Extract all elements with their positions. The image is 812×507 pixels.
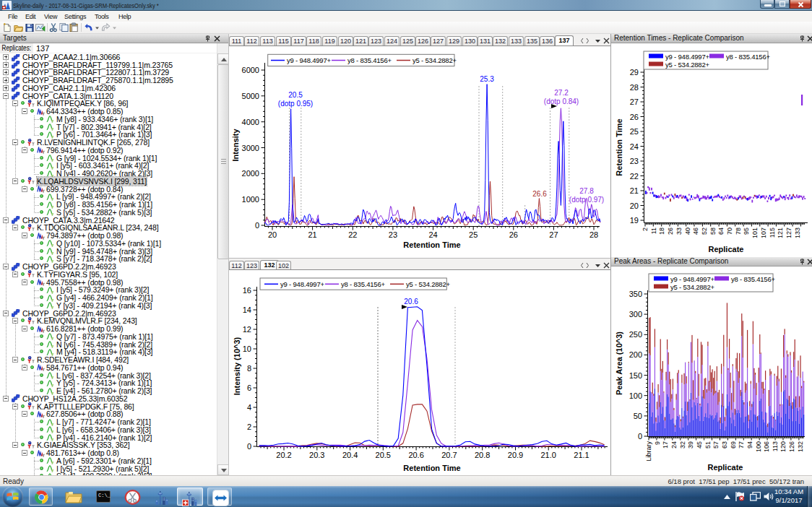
- svg-text:33: 33: [675, 228, 683, 235]
- svg-text:20.5: 20.5: [376, 451, 391, 459]
- svg-text:y8 - 835.4156+: y8 - 835.4156+: [731, 275, 775, 283]
- svg-text:113: 113: [772, 441, 779, 451]
- svg-text:2000: 2000: [242, 169, 259, 178]
- svg-text:21.0: 21.0: [540, 451, 556, 459]
- svg-text:100: 100: [755, 441, 762, 452]
- svg-text:4000: 4000: [242, 118, 259, 126]
- svg-text:24: 24: [670, 441, 678, 448]
- svg-text:y8 - 835.4156+: y8 - 835.4156+: [341, 280, 385, 288]
- svg-text:y8 - 835.4156+: y8 - 835.4156+: [347, 56, 392, 64]
- svg-text:28: 28: [630, 83, 639, 92]
- svg-text:23: 23: [630, 157, 639, 165]
- svg-text:20.9: 20.9: [508, 451, 523, 459]
- svg-text:3000: 3000: [242, 144, 259, 152]
- svg-text:y5 - 534.2882+: y5 - 534.2882+: [670, 283, 714, 291]
- svg-text:Library: Library: [645, 441, 652, 462]
- svg-text:250: 250: [629, 330, 642, 339]
- svg-text:20.5: 20.5: [288, 91, 303, 99]
- svg-text:22: 22: [348, 230, 357, 239]
- svg-text:0: 0: [638, 432, 642, 441]
- svg-text:39: 39: [687, 441, 694, 448]
- svg-text:Intensity (10^3): Intensity (10^3): [233, 337, 241, 395]
- svg-text:150: 150: [629, 371, 642, 380]
- svg-text:2: 2: [642, 228, 649, 231]
- svg-text:40: 40: [684, 228, 691, 235]
- svg-text:77: 77: [738, 441, 745, 448]
- svg-text:120: 120: [779, 441, 787, 452]
- svg-text:25.3: 25.3: [480, 75, 494, 83]
- svg-text:25: 25: [469, 230, 478, 239]
- svg-text:100: 100: [629, 391, 642, 400]
- svg-text:50: 50: [634, 412, 642, 420]
- svg-text:132: 132: [797, 441, 804, 452]
- svg-text:y5 - 534.2882+: y5 - 534.2882+: [413, 56, 457, 64]
- svg-text:26.6: 26.6: [532, 190, 547, 198]
- svg-text:57: 57: [712, 441, 720, 448]
- svg-text:101: 101: [751, 228, 759, 238]
- svg-text:Retention Time: Retention Time: [615, 118, 623, 176]
- svg-text:78: 78: [735, 228, 742, 235]
- svg-text:27.8: 27.8: [579, 187, 594, 195]
- svg-text:21: 21: [308, 230, 316, 239]
- svg-text:26: 26: [667, 228, 674, 235]
- svg-text:16: 16: [243, 286, 251, 295]
- svg-text:5000: 5000: [242, 92, 259, 100]
- svg-text:24: 24: [630, 142, 639, 151]
- svg-text:0: 0: [255, 221, 259, 230]
- svg-text:200: 200: [629, 350, 642, 359]
- svg-text:6: 6: [247, 384, 251, 392]
- svg-text:22: 22: [630, 172, 639, 181]
- svg-text:26: 26: [509, 230, 518, 239]
- svg-text:20.6: 20.6: [408, 451, 423, 459]
- svg-text:24: 24: [428, 230, 437, 239]
- svg-text:127: 127: [785, 228, 792, 238]
- svg-text:6000: 6000: [242, 66, 259, 74]
- svg-text:27.2: 27.2: [554, 89, 569, 97]
- svg-text:(dotp 0.95): (dotp 0.95): [278, 100, 313, 108]
- svg-text:17: 17: [662, 441, 669, 448]
- svg-text:y9 - 948.4997+: y9 - 948.4997+: [287, 56, 331, 64]
- svg-text:69: 69: [730, 441, 737, 448]
- svg-text:95: 95: [743, 228, 750, 235]
- svg-text:70: 70: [726, 228, 733, 235]
- svg-text:Replicate: Replicate: [708, 463, 743, 472]
- svg-text:20.8: 20.8: [475, 451, 490, 459]
- svg-text:y9 - 948.4997+: y9 - 948.4997+: [280, 280, 324, 288]
- svg-text:21: 21: [630, 186, 639, 195]
- svg-text:y5 - 534.2882+: y5 - 534.2882+: [665, 61, 709, 69]
- svg-text:51: 51: [704, 441, 712, 448]
- svg-text:Intensity: Intensity: [231, 129, 240, 162]
- svg-text:18: 18: [658, 228, 665, 235]
- svg-text:19: 19: [630, 216, 639, 225]
- svg-text:32: 32: [679, 441, 686, 448]
- svg-text:y9 - 948.4997+: y9 - 948.4997+: [670, 275, 714, 283]
- svg-text:27: 27: [630, 98, 639, 106]
- svg-text:20: 20: [630, 202, 639, 210]
- svg-text:115: 115: [769, 228, 776, 238]
- svg-text:20.4: 20.4: [342, 451, 358, 459]
- svg-text:Replicate: Replicate: [709, 245, 744, 254]
- svg-text:11: 11: [650, 228, 657, 234]
- svg-text:1000: 1000: [242, 195, 259, 204]
- svg-text:20.3: 20.3: [309, 451, 324, 459]
- svg-text:126: 126: [788, 441, 795, 452]
- svg-text:Retention Time: Retention Time: [403, 240, 460, 249]
- svg-text:64: 64: [717, 228, 725, 235]
- svg-text:25: 25: [630, 127, 639, 136]
- svg-text:52: 52: [701, 228, 708, 235]
- svg-text:y8 - 835.4156+: y8 - 835.4156+: [726, 53, 770, 61]
- svg-text:10: 10: [243, 344, 251, 353]
- svg-text:Retention Time: Retention Time: [403, 464, 460, 472]
- svg-text:21.1: 21.1: [574, 451, 589, 459]
- svg-text:14: 14: [243, 306, 251, 314]
- svg-text:94: 94: [746, 441, 753, 448]
- svg-text:28: 28: [589, 230, 598, 239]
- svg-text:45: 45: [696, 441, 703, 448]
- svg-text:121: 121: [777, 228, 784, 238]
- svg-text:350: 350: [629, 290, 642, 298]
- svg-text:46: 46: [692, 228, 699, 235]
- svg-text:20.7: 20.7: [441, 451, 457, 459]
- svg-text:0: 0: [247, 442, 251, 451]
- svg-text:29: 29: [630, 68, 639, 77]
- svg-text:y9 - 948.4997+: y9 - 948.4997+: [665, 53, 709, 61]
